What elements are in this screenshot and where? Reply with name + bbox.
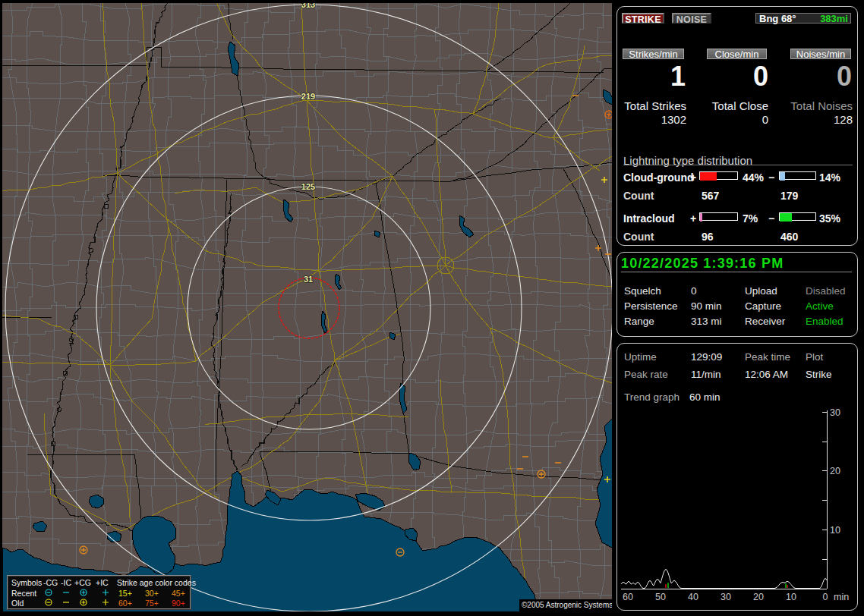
svg-text:50: 50: [655, 592, 666, 602]
svg-text:0: 0: [823, 592, 828, 602]
svg-text:20: 20: [830, 466, 840, 476]
svg-text:40: 40: [688, 592, 698, 602]
svg-text:60: 60: [623, 592, 633, 602]
svg-text:10: 10: [830, 525, 840, 536]
svg-text:30: 30: [830, 407, 840, 418]
svg-text:30: 30: [721, 592, 731, 602]
svg-text:20: 20: [753, 592, 764, 602]
svg-text:min: min: [834, 592, 849, 602]
svg-text:10: 10: [786, 592, 796, 602]
